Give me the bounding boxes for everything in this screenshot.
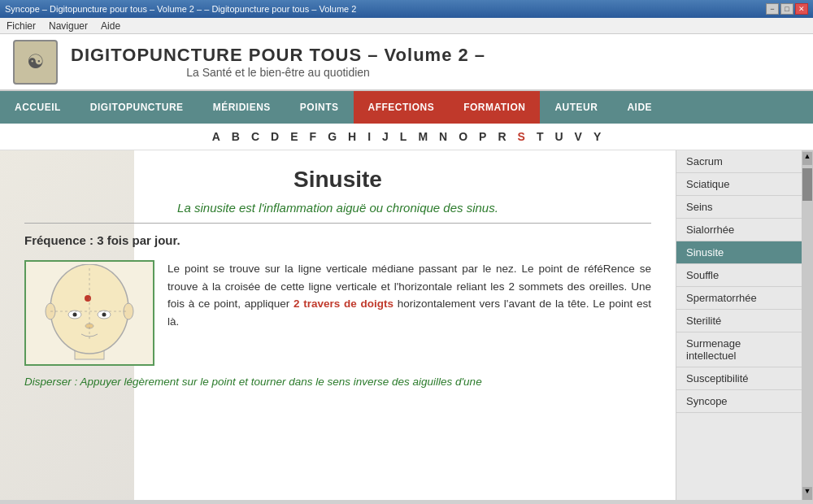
menu-bar: Fichier Naviguer Aide <box>0 18 813 34</box>
alpha-Y[interactable]: Y <box>593 130 601 143</box>
close-button[interactable]: ✕ <box>795 3 808 15</box>
nav-meridiens[interactable]: MÉRIDIENS <box>198 91 285 124</box>
alpha-nav: A B C D E F G H I J L M N O P R S T U V … <box>0 124 813 150</box>
menu-fichier[interactable]: Fichier <box>7 20 36 32</box>
menu-aide[interactable]: Aide <box>101 20 120 32</box>
alpha-D[interactable]: D <box>271 130 279 143</box>
menu-naviguer[interactable]: Naviguer <box>49 20 88 32</box>
header-logo: ☯ <box>13 40 58 85</box>
alpha-G[interactable]: G <box>328 130 337 143</box>
svg-point-9 <box>85 295 91 302</box>
scroll-down-button[interactable]: ▼ <box>802 487 812 500</box>
head-svg <box>33 264 146 362</box>
sidebar-item-sinusite[interactable]: Sinusite <box>676 241 802 264</box>
sidebar-item-spermatorrhee[interactable]: Spermatorrhée <box>676 287 802 310</box>
scroll-thumb[interactable] <box>802 168 812 201</box>
alpha-A[interactable]: A <box>212 130 220 143</box>
alpha-U[interactable]: U <box>554 130 563 143</box>
alpha-S[interactable]: S <box>518 130 525 143</box>
alpha-P[interactable]: P <box>479 130 486 143</box>
main-layout: Sinusite La sinusite est l'inflammation … <box>0 150 813 500</box>
alpha-T[interactable]: T <box>537 130 544 143</box>
scrollbar[interactable]: ▲ ▼ <box>802 150 813 500</box>
sidebar-item-syncope[interactable]: Syncope <box>676 390 802 413</box>
nav-auteur[interactable]: AUTEUR <box>540 91 612 124</box>
sidebar-item-sciatique[interactable]: Sciatique <box>676 173 802 196</box>
alpha-J[interactable]: J <box>382 130 389 143</box>
maximize-button[interactable]: □ <box>780 3 793 15</box>
nav-points[interactable]: POINTS <box>285 91 354 124</box>
alpha-I[interactable]: I <box>367 130 371 143</box>
nav-aide[interactable]: AIDE <box>612 91 667 124</box>
alpha-R[interactable]: R <box>498 130 506 143</box>
page-description: La sinusite est l'inflammation aiguë ou … <box>24 201 651 215</box>
alpha-N[interactable]: N <box>439 130 447 143</box>
alpha-O[interactable]: O <box>459 130 467 143</box>
sidebar-item-sialorrhee[interactable]: Sialorrhée <box>676 219 802 241</box>
alpha-F[interactable]: F <box>310 130 317 143</box>
alpha-M[interactable]: M <box>418 130 428 143</box>
head-image <box>24 260 154 366</box>
nav-digitopuncture[interactable]: DIGITOPUNCTURE <box>76 91 198 124</box>
svg-point-6 <box>73 313 77 317</box>
alpha-V[interactable]: V <box>575 130 582 143</box>
body-text: Le point se trouve sur la ligne vertical… <box>167 260 651 366</box>
alpha-L[interactable]: L <box>400 130 407 143</box>
sidebar-item-surmenage[interactable]: Surmenage intellectuel <box>676 332 802 367</box>
nav-accueil[interactable]: ACCUEIL <box>0 91 76 124</box>
header-text: DIGITOPUNCTURE POUR TOUS – Volume 2 – La… <box>71 45 485 79</box>
nav-formation[interactable]: FORMATION <box>449 91 540 124</box>
header-subtitle: La Santé et le bien-être au quotidien <box>71 66 485 79</box>
body-text-highlight: 2 travers de doigts <box>293 298 393 310</box>
sidebar-item-sacrum[interactable]: Sacrum <box>676 150 802 173</box>
main-nav: ACCUEIL DIGITOPUNCTURE MÉRIDIENS POINTS … <box>0 91 813 124</box>
nav-affections[interactable]: AFFECTIONS <box>354 91 450 124</box>
title-bar-title: Syncope – Digitopuncture pour tous – Vol… <box>5 4 761 14</box>
sidebar-item-seins[interactable]: Seins <box>676 196 802 219</box>
header: ☯ DIGITOPUNCTURE POUR TOUS – Volume 2 – … <box>0 34 813 91</box>
alpha-E[interactable]: E <box>290 130 298 143</box>
sidebar-item-susceptibilite[interactable]: Susceptibilité <box>676 367 802 390</box>
alpha-C[interactable]: C <box>251 130 259 143</box>
content-body: Le point se trouve sur la ligne vertical… <box>24 260 651 366</box>
alpha-B[interactable]: B <box>232 130 240 143</box>
scroll-up-button[interactable]: ▲ <box>802 152 812 165</box>
sidebar-item-sterilite[interactable]: Sterilité <box>676 310 802 332</box>
title-bar: Syncope – Digitopuncture pour tous – Vol… <box>0 0 813 18</box>
header-title: DIGITOPUNCTURE POUR TOUS – Volume 2 – <box>71 45 485 66</box>
frequency-text: Fréquence : 3 fois par jour. <box>24 233 651 247</box>
title-bar-buttons: − □ ✕ <box>766 3 808 15</box>
content-area: Sinusite La sinusite est l'inflammation … <box>0 150 676 500</box>
italic-text: Disperser : Appuyer légèrement sur le po… <box>24 376 651 388</box>
minimize-button[interactable]: − <box>766 3 779 15</box>
alpha-H[interactable]: H <box>348 130 356 143</box>
logo-icon: ☯ <box>27 50 45 73</box>
svg-point-7 <box>102 313 107 317</box>
sidebar-item-souffle[interactable]: Souffle <box>676 264 802 287</box>
page-title: Sinusite <box>24 167 651 193</box>
divider <box>24 223 651 224</box>
sidebar: Sacrum Sciatique Seins Sialorrhée Sinusi… <box>676 150 802 500</box>
